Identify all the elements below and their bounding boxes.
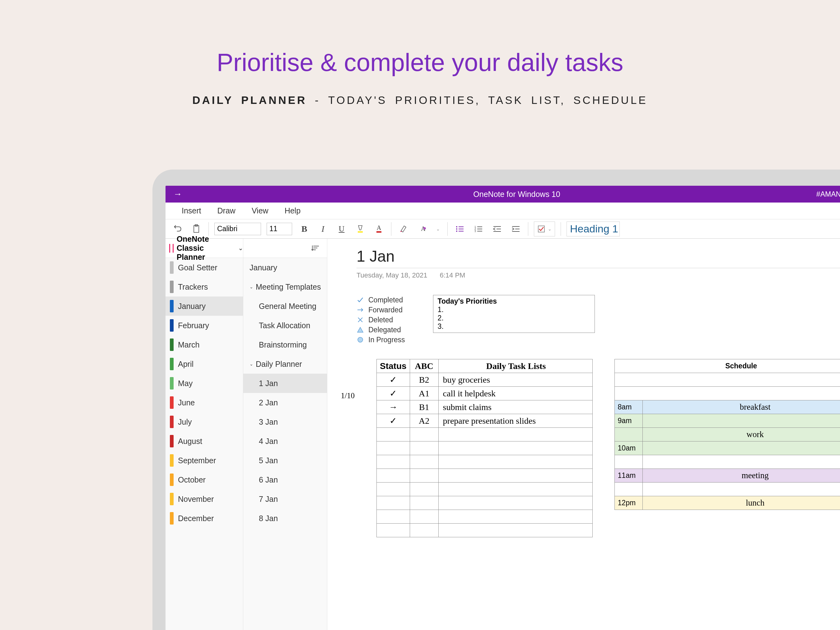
notebook-selector[interactable]: OneNote Classic Planner ⌄ [166,238,243,258]
page-item[interactable]: 1 Jan [243,374,327,393]
section-item[interactable]: August [166,431,243,451]
schedule-row[interactable]: 8ambreakfast [614,400,840,414]
schedule-row[interactable] [614,455,840,469]
section-tab-icon [170,435,174,447]
task-row[interactable] [377,428,593,442]
svg-rect-2 [358,231,363,233]
section-item[interactable]: November [166,489,243,508]
task-row[interactable]: ✓A1call it helpdesk [377,387,593,400]
expand-nav-icon[interactable]: → [173,189,182,199]
priorities-box[interactable]: Today's Priorities 1. 2. 3. [433,295,595,333]
decrease-indent-button[interactable] [491,223,504,235]
page-sort-button[interactable] [243,238,327,258]
page-item[interactable]: Task Allocation [243,316,327,335]
page-item[interactable]: General Meeting [243,297,327,316]
section-item[interactable]: January [166,297,243,316]
section-tab-icon [170,261,174,274]
notebook-tag: #AMANDA SOH [816,190,840,199]
format-painter-button[interactable]: A [416,223,429,235]
schedule-row[interactable]: 9am [614,414,840,428]
menu-view[interactable]: View [252,206,268,215]
task-row[interactable] [377,524,593,537]
section-label: March [178,340,199,349]
bullet-list-button[interactable] [453,223,466,235]
task-row[interactable] [377,510,593,524]
section-item[interactable]: February [166,316,243,335]
clipboard-button[interactable] [190,223,203,235]
task-row[interactable] [377,483,593,496]
section-label: December [178,514,214,523]
clear-formatting-button[interactable] [397,223,410,235]
section-label: November [178,495,214,504]
font-size-input[interactable]: 11 [267,223,292,235]
schedule-row[interactable] [614,483,840,496]
page-item[interactable]: 7 Jan [243,489,327,508]
section-tab-icon [170,454,174,467]
increase-indent-button[interactable] [509,223,523,235]
schedule-row[interactable]: 10am [614,442,840,455]
section-item[interactable]: October [166,470,243,489]
page-item[interactable]: 4 Jan [243,431,327,451]
task-row[interactable]: ✓A2prepare presentation slides [377,414,593,428]
section-label: January [178,302,206,311]
section-tab-icon [170,396,174,409]
section-item[interactable]: September [166,451,243,470]
titlebar: → OneNote for Windows 10 #AMANDA SOH [166,186,840,202]
section-tab-icon [170,512,174,524]
task-row[interactable] [377,496,593,510]
section-item[interactable]: July [166,412,243,431]
tags-group[interactable]: ⌄ [534,221,555,237]
task-table[interactable]: Status ABC Daily Task Lists ✓B2buy groce… [376,359,593,537]
task-row[interactable] [377,469,593,483]
underline-button[interactable]: U [335,223,348,235]
section-tab-icon [170,493,174,505]
section-label: May [178,379,193,388]
bold-button[interactable]: B [298,223,311,235]
styles-dropdown[interactable]: Heading 1 [567,221,620,237]
task-row[interactable] [377,455,593,469]
page-item[interactable]: 3 Jan [243,412,327,431]
font-name-input[interactable]: Calibri [214,223,261,235]
page-item[interactable]: ⌄Daily Planner [243,354,327,374]
page-content[interactable]: 1 Jan Tuesday, May 18, 2021 6:14 PM Comp… [327,238,840,630]
chevron-down-icon: ⌄ [238,245,243,252]
page-item[interactable]: 6 Jan [243,470,327,489]
number-list-button[interactable]: 123 [472,223,485,235]
font-color-button[interactable]: A [373,223,385,235]
task-row[interactable]: →B1submit claims [377,400,593,414]
section-tab-icon [170,377,174,390]
legend-row: In Progress [357,335,405,345]
page-item[interactable]: 5 Jan [243,451,327,470]
schedule-row[interactable]: work [614,428,840,442]
menu-help[interactable]: Help [285,206,300,215]
section-item[interactable]: May [166,374,243,393]
page-item[interactable]: 2 Jan [243,393,327,412]
undo-button[interactable] [171,223,184,235]
section-tab-icon [170,358,174,370]
highlight-button[interactable] [354,223,367,235]
italic-button[interactable]: I [316,223,330,235]
page-item[interactable]: ⌄Meeting Templates [243,277,327,297]
page-item[interactable]: January [243,258,327,277]
task-row[interactable]: ✓B2buy groceries [377,373,593,387]
section-tab-icon [170,416,174,428]
section-item[interactable]: April [166,354,243,374]
page-title[interactable]: 1 Jan [357,247,840,268]
section-tab-icon [170,281,174,293]
task-row[interactable] [377,442,593,455]
menu-insert[interactable]: Insert [182,206,201,215]
schedule-row[interactable]: 11ammeeting [614,469,840,483]
section-label: August [178,437,202,446]
legend-row: Completed [357,295,405,305]
section-item[interactable]: June [166,393,243,412]
menu-draw[interactable]: Draw [218,206,235,215]
section-item[interactable]: December [166,508,243,528]
page-item[interactable]: 8 Jan [243,508,327,528]
section-item[interactable]: March [166,335,243,354]
onenote-window: → OneNote for Windows 10 #AMANDA SOH Ins… [166,186,840,630]
more-font-dropdown[interactable]: ⌄ [434,223,442,235]
schedule-table[interactable]: Schedule 8ambreakfast9amwork10am11ammeet… [614,359,840,510]
schedule-row[interactable]: 12pmlunch [614,496,840,510]
section-item[interactable]: Trackers [166,277,243,297]
page-item[interactable]: Brainstorming [243,335,327,354]
